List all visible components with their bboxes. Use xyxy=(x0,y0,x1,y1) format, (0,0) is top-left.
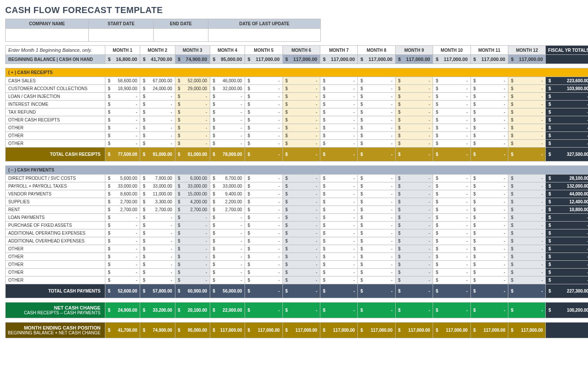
money-cell[interactable]: $- xyxy=(245,206,282,214)
money-cell[interactable]: $- xyxy=(395,229,433,237)
money-cell[interactable]: $- xyxy=(433,77,470,85)
money-cell[interactable]: $- xyxy=(395,132,433,140)
money-cell[interactable]: $- xyxy=(508,222,545,229)
money-cell[interactable]: $- xyxy=(395,116,433,124)
money-cell[interactable]: $- xyxy=(245,214,282,222)
money-cell[interactable]: $- xyxy=(210,116,245,124)
money-cell[interactable]: $- xyxy=(433,101,470,108)
money-cell[interactable]: $- xyxy=(140,222,175,229)
money-cell[interactable]: $- xyxy=(175,116,210,124)
money-cell[interactable]: $- xyxy=(358,190,395,198)
money-cell[interactable]: $- xyxy=(140,269,175,276)
money-cell[interactable]: $- xyxy=(105,245,140,253)
money-cell[interactable]: $- xyxy=(395,101,433,108)
money-cell[interactable]: $- xyxy=(358,237,395,245)
money-cell[interactable]: $15,000.00 xyxy=(175,190,210,198)
money-cell[interactable]: $- xyxy=(470,101,508,108)
money-cell[interactable]: $- xyxy=(320,116,357,124)
money-cell[interactable]: $- xyxy=(470,93,508,101)
money-cell[interactable]: $- xyxy=(175,101,210,108)
beginning-balance-cell[interactable]: $ 16,800.00 xyxy=(105,55,140,64)
money-cell[interactable]: $5,600.00 xyxy=(105,175,140,182)
money-cell[interactable]: $2,700.00 xyxy=(140,206,175,214)
money-cell[interactable]: $- xyxy=(358,253,395,261)
money-cell[interactable]: $- xyxy=(210,93,245,101)
money-cell[interactable]: $- xyxy=(358,93,395,101)
money-cell[interactable]: $- xyxy=(395,108,433,116)
money-cell[interactable]: $- xyxy=(210,214,245,222)
money-cell[interactable]: $- xyxy=(395,140,433,148)
money-cell[interactable]: $18,900.00 xyxy=(105,85,140,93)
beginning-balance-cell[interactable]: $ 117,000.00 xyxy=(395,55,433,64)
money-cell[interactable]: $- xyxy=(433,175,470,182)
money-cell[interactable]: $- xyxy=(245,175,282,182)
money-cell[interactable]: $- xyxy=(245,229,282,237)
money-cell[interactable]: $- xyxy=(210,140,245,148)
money-cell[interactable]: $- xyxy=(175,93,210,101)
money-cell[interactable]: $- xyxy=(395,190,433,198)
money-cell[interactable]: $- xyxy=(508,101,545,108)
money-cell[interactable]: $- xyxy=(282,253,320,261)
money-cell[interactable]: $8,600.00 xyxy=(105,190,140,198)
money-cell[interactable]: $- xyxy=(245,85,282,93)
money-cell[interactable]: $- xyxy=(508,237,545,245)
money-cell[interactable]: $- xyxy=(282,261,320,269)
money-cell[interactable]: $- xyxy=(282,190,320,198)
money-cell[interactable]: $- xyxy=(175,124,210,132)
money-cell[interactable]: $- xyxy=(105,276,140,284)
info-cell[interactable] xyxy=(154,29,208,42)
money-cell[interactable]: $2,700.00 xyxy=(105,198,140,206)
money-cell[interactable]: $- xyxy=(358,175,395,182)
beginning-balance-cell[interactable]: $ 41,700.00 xyxy=(140,55,175,64)
money-cell[interactable]: $- xyxy=(395,182,433,190)
money-cell[interactable]: $11,000.00 xyxy=(140,190,175,198)
money-cell[interactable]: $2,700.00 xyxy=(210,206,245,214)
money-cell[interactable]: $- xyxy=(508,93,545,101)
money-cell[interactable]: $- xyxy=(175,276,210,284)
money-cell[interactable]: $- xyxy=(105,229,140,237)
money-cell[interactable]: $- xyxy=(433,85,470,93)
money-cell[interactable]: $- xyxy=(433,108,470,116)
money-cell[interactable]: $- xyxy=(470,245,508,253)
money-cell[interactable]: $- xyxy=(320,237,357,245)
money-cell[interactable]: $- xyxy=(282,182,320,190)
beginning-balance-cell[interactable]: $ 117,000.00 xyxy=(282,55,320,64)
beginning-balance-cell[interactable]: $ 74,900.00 xyxy=(175,55,210,64)
money-cell[interactable]: $- xyxy=(175,140,210,148)
money-cell[interactable]: $4,200.00 xyxy=(175,198,210,206)
money-cell[interactable]: $- xyxy=(140,253,175,261)
money-cell[interactable]: $- xyxy=(210,101,245,108)
money-cell[interactable]: $- xyxy=(105,253,140,261)
money-cell[interactable]: $- xyxy=(320,124,357,132)
money-cell[interactable]: $- xyxy=(245,132,282,140)
beginning-balance-cell[interactable]: $ 95,000.00 xyxy=(210,55,245,64)
beginning-balance-cell[interactable]: $ 117,000.00 xyxy=(433,55,470,64)
money-cell[interactable]: $- xyxy=(320,206,357,214)
money-cell[interactable]: $- xyxy=(282,198,320,206)
money-cell[interactable]: $- xyxy=(282,245,320,253)
money-cell[interactable]: $- xyxy=(508,229,545,237)
money-cell[interactable]: $- xyxy=(320,85,357,93)
money-cell[interactable]: $- xyxy=(282,222,320,229)
money-cell[interactable]: $- xyxy=(358,85,395,93)
money-cell[interactable]: $- xyxy=(433,182,470,190)
money-cell[interactable]: $- xyxy=(508,108,545,116)
money-cell[interactable]: $- xyxy=(433,269,470,276)
money-cell[interactable]: $8,700.00 xyxy=(210,175,245,182)
money-cell[interactable]: $- xyxy=(395,198,433,206)
money-cell[interactable]: $- xyxy=(320,253,357,261)
money-cell[interactable]: $- xyxy=(358,77,395,85)
money-cell[interactable]: $- xyxy=(175,237,210,245)
money-cell[interactable]: $- xyxy=(395,222,433,229)
money-cell[interactable]: $- xyxy=(433,253,470,261)
money-cell[interactable]: $- xyxy=(210,132,245,140)
money-cell[interactable]: $- xyxy=(282,77,320,85)
money-cell[interactable]: $- xyxy=(358,116,395,124)
money-cell[interactable]: $- xyxy=(105,93,140,101)
money-cell[interactable]: $- xyxy=(395,93,433,101)
money-cell[interactable]: $33,000.00 xyxy=(210,182,245,190)
money-cell[interactable]: $- xyxy=(320,101,357,108)
money-cell[interactable]: $- xyxy=(320,175,357,182)
money-cell[interactable]: $- xyxy=(395,253,433,261)
money-cell[interactable]: $- xyxy=(508,206,545,214)
